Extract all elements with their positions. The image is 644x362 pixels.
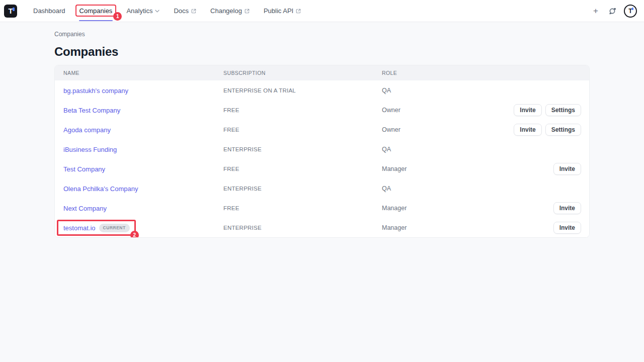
- table-row: iBusiness Funding ENTERPRISE QA: [55, 139, 589, 159]
- nav-item-dashboard[interactable]: Dashboard: [26, 0, 72, 22]
- row-actions: Invite: [553, 222, 581, 234]
- company-link[interactable]: iBusiness Funding: [63, 146, 117, 153]
- annotation-badge-2: 2: [130, 231, 139, 238]
- table-row: Next Company FREE Manager Invite: [55, 198, 589, 218]
- page-title: Companies: [54, 45, 590, 59]
- companies-table: NAME SUBSCRIPTION ROLE bg.pastukh's comp…: [54, 65, 590, 238]
- table-row: Test Company FREE Manager Invite: [55, 159, 589, 178]
- logo-blue-accent: [13, 8, 15, 11]
- name-cell: Beta Test Company: [63, 106, 223, 115]
- table-row: Beta Test Company FREE Owner InviteSetti…: [55, 100, 589, 120]
- nav-item-label: Companies: [79, 7, 113, 15]
- app-logo[interactable]: T: [4, 5, 17, 18]
- main-nav: Dashboard Companies 1 Analytics Docs: [26, 0, 308, 22]
- company-link[interactable]: Olena Pchilka's Company: [63, 185, 138, 193]
- table-header-row: NAME SUBSCRIPTION ROLE: [55, 65, 589, 80]
- breadcrumb[interactable]: Companies: [54, 31, 85, 38]
- support-button[interactable]: [607, 6, 617, 16]
- external-link-icon: [191, 9, 196, 14]
- nav-right-actions: + T: [591, 5, 637, 18]
- nav-item-label: Docs: [174, 7, 189, 15]
- name-cell: iBusiness Funding: [63, 145, 223, 154]
- nav-item-label: Public API: [264, 7, 293, 15]
- company-link[interactable]: testomat.io: [63, 224, 96, 232]
- subscription-cell: ENTERPRISE: [223, 186, 382, 192]
- settings-button[interactable]: Settings: [545, 104, 581, 116]
- role-cell: Manager: [382, 224, 553, 231]
- table-row: testomat.io CURRENT 2 ENTERPRISE Manager…: [55, 218, 589, 237]
- name-cell: Olena Pchilka's Company: [63, 184, 223, 193]
- subscription-cell: FREE: [223, 166, 382, 172]
- nav-item-label: Analytics: [126, 7, 152, 15]
- row-actions: Invite: [553, 202, 581, 214]
- support-chat-icon: [608, 7, 617, 15]
- name-cell: testomat.io CURRENT 2: [63, 223, 223, 232]
- subscription-cell: ENTERPRISE: [223, 146, 382, 152]
- table-row: bg.pastukh's company ENTERPRISE ON A TRI…: [55, 80, 589, 100]
- company-link[interactable]: Beta Test Company: [63, 107, 120, 114]
- external-link-icon: [245, 9, 250, 14]
- name-cell: Test Company: [63, 164, 223, 173]
- table-body: bg.pastukh's company ENTERPRISE ON A TRI…: [55, 80, 589, 237]
- name-cell: Next Company: [63, 204, 223, 213]
- nav-item-analytics[interactable]: Analytics: [119, 0, 167, 22]
- name-cell: bg.pastukh's company: [63, 86, 223, 95]
- avatar-blue-accent: [632, 8, 633, 10]
- user-avatar[interactable]: T: [624, 5, 637, 18]
- add-button[interactable]: +: [591, 6, 601, 16]
- active-tab-underline: [79, 20, 113, 21]
- role-cell: QA: [382, 87, 581, 94]
- nav-item-companies[interactable]: Companies 1: [72, 0, 120, 22]
- nav-item-label: Dashboard: [33, 7, 65, 15]
- column-header-name: NAME: [63, 70, 223, 76]
- role-cell: Owner: [382, 107, 514, 114]
- company-link[interactable]: Next Company: [63, 205, 107, 212]
- invite-button[interactable]: Invite: [514, 104, 541, 116]
- name-cell: Agoda company: [63, 125, 223, 134]
- invite-button[interactable]: Invite: [553, 202, 581, 214]
- company-link[interactable]: Agoda company: [63, 126, 111, 134]
- invite-button[interactable]: Invite: [553, 163, 581, 175]
- subscription-cell: ENTERPRISE: [223, 225, 382, 231]
- nav-item-docs[interactable]: Docs: [167, 0, 203, 22]
- subscription-cell: FREE: [223, 107, 382, 113]
- row-actions: Invite: [553, 163, 581, 175]
- table-row: Agoda company FREE Owner InviteSettings: [55, 120, 589, 139]
- current-badge: CURRENT: [99, 224, 130, 232]
- invite-button[interactable]: Invite: [514, 124, 541, 136]
- role-cell: Owner: [382, 126, 514, 133]
- row-actions: InviteSettings: [514, 104, 581, 116]
- role-cell: Manager: [382, 165, 553, 172]
- company-link[interactable]: Test Company: [63, 165, 105, 173]
- main-content: Companies Companies NAME SUBSCRIPTION RO…: [0, 22, 644, 238]
- role-cell: QA: [382, 146, 581, 153]
- plus-icon: +: [593, 7, 598, 15]
- nav-item-label: Changelog: [210, 7, 242, 15]
- company-link[interactable]: bg.pastukh's company: [63, 87, 128, 95]
- nav-item-public-api[interactable]: Public API: [257, 0, 308, 22]
- top-nav: T Dashboard Companies 1 Analytics Docs: [0, 0, 644, 22]
- subscription-cell: FREE: [223, 127, 382, 133]
- role-cell: QA: [382, 185, 581, 192]
- column-header-subscription: SUBSCRIPTION: [223, 70, 382, 76]
- nav-item-changelog[interactable]: Changelog: [203, 0, 257, 22]
- subscription-cell: ENTERPRISE ON A TRIAL: [223, 87, 382, 94]
- invite-button[interactable]: Invite: [553, 222, 581, 234]
- table-row: Olena Pchilka's Company ENTERPRISE QA: [55, 178, 589, 198]
- column-header-role: ROLE: [382, 70, 581, 76]
- subscription-cell: FREE: [223, 205, 382, 211]
- settings-button[interactable]: Settings: [545, 124, 581, 136]
- row-actions: InviteSettings: [514, 124, 581, 136]
- external-link-icon: [296, 9, 301, 14]
- chevron-down-icon: [155, 10, 159, 13]
- role-cell: Manager: [382, 205, 553, 212]
